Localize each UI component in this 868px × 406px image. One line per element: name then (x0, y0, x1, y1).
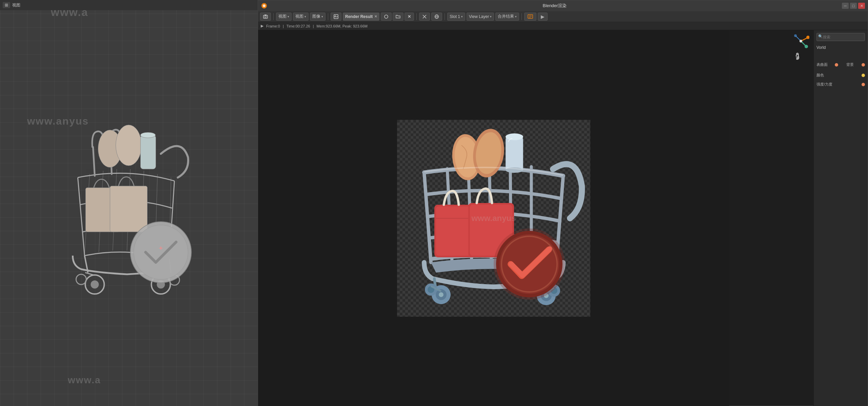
merge-chevron: ▾ (515, 15, 517, 18)
camera-icon (263, 14, 268, 19)
maximize-button[interactable]: □ (850, 3, 857, 9)
toolbar-sep-2 (328, 13, 328, 20)
strength-prop-row: 强度/力度 (816, 80, 865, 88)
svg-line-7 (78, 178, 85, 256)
viewport-header-label: 视图 (12, 2, 20, 8)
render-canvas: www.anyus (397, 120, 590, 317)
svg-point-21 (76, 274, 86, 284)
chevron-down-icon-3: ▾ (321, 15, 323, 18)
render-image (397, 120, 590, 317)
hand-tool-icon[interactable] (792, 51, 803, 61)
frame-info: Frame:0 (266, 24, 280, 28)
render-close-icon[interactable]: ✕ (374, 15, 377, 18)
viewport-header: ⊞ 视图 (0, 0, 258, 10)
window-title: Blender渲染 (270, 3, 840, 9)
layer-stack-icon[interactable] (524, 13, 536, 21)
search-icon: 🔍 (818, 34, 823, 39)
svg-line-9 (93, 147, 95, 176)
image-menu[interactable]: 图像 ▾ (310, 13, 326, 21)
view-layer-dropdown[interactable]: View Layer ▾ (467, 13, 494, 21)
camera-render-button[interactable] (260, 13, 271, 21)
view-menu-1[interactable]: 视图 ▾ (276, 13, 292, 21)
close-button[interactable]: ✕ (858, 3, 865, 9)
background-dot[interactable] (862, 63, 865, 67)
properties-section: 表曲面 背景 颜色 强度/力度 (814, 58, 868, 91)
view-menu-2[interactable]: 视图 ▾ (293, 13, 309, 21)
arrow-btn[interactable]: ▶ (538, 13, 548, 21)
minimize-button[interactable]: ─ (842, 3, 849, 9)
scope-icon-button[interactable] (419, 13, 430, 21)
viewport-header-btn-1[interactable]: ⊞ (3, 2, 10, 8)
time-info: Time:00:27.26 (287, 24, 310, 28)
pin-icon (384, 14, 389, 19)
svg-point-76 (506, 133, 523, 140)
scope-icon (422, 14, 427, 19)
viewport-gizmo-right[interactable] (792, 33, 809, 50)
strength-dot[interactable] (862, 83, 865, 86)
icon-btn-1[interactable] (381, 13, 392, 21)
surface-label: 表曲面 (816, 62, 828, 67)
svg-point-32 (263, 4, 265, 7)
status-sep-1: | (283, 24, 284, 28)
expand-icon[interactable]: ▶ (261, 24, 263, 28)
globe-icon-button[interactable] (431, 13, 442, 21)
layers-icon (527, 14, 533, 20)
toolbar: 视图 ▾ 视图 ▾ 图像 ▾ Render Result ✕ (258, 11, 868, 22)
slot-dropdown[interactable]: Slot 1 ▾ (447, 13, 465, 21)
surface-prop-row: 表曲面 背景 (816, 61, 865, 69)
globe-icon (434, 14, 439, 19)
merge-result-dropdown[interactable]: 合并结果 ▾ (495, 13, 519, 21)
svg-point-34 (265, 16, 267, 18)
viewport-3d-left[interactable]: www.a www.anyus www.a (0, 0, 258, 406)
folder-icon (396, 14, 400, 19)
chevron-down-icon: ▾ (288, 15, 289, 18)
mem-info: Mem:923.66M, Peak: 923.66M (317, 24, 368, 28)
world-item[interactable]: Vorld (814, 44, 868, 51)
surface-dot[interactable] (835, 63, 838, 67)
svg-point-26 (134, 225, 188, 279)
svg-rect-13 (141, 135, 156, 169)
background-label: 背景 (846, 62, 854, 67)
icon-btn-2[interactable] (393, 13, 403, 21)
title-bar: Blender渲染 ─ □ ✕ (258, 0, 868, 11)
svg-point-87 (794, 34, 797, 37)
svg-rect-75 (506, 137, 522, 170)
svg-point-88 (800, 40, 802, 42)
svg-point-18 (91, 280, 99, 289)
render-result-dropdown[interactable]: Render Result ✕ (343, 13, 379, 21)
svg-point-12 (116, 125, 142, 166)
toolbar-sep-3 (416, 13, 417, 20)
image-icon-button[interactable] (331, 13, 341, 21)
svg-rect-16 (110, 186, 147, 232)
nav-icons-panel (792, 33, 809, 61)
toolbar-sep-1 (273, 13, 274, 20)
svg-rect-33 (263, 15, 268, 18)
svg-point-85 (805, 45, 808, 48)
view-layer-chevron: ▾ (490, 15, 492, 18)
svg-point-14 (141, 132, 156, 138)
hand-icon (794, 52, 801, 60)
3d-model-wireframe (29, 89, 225, 327)
image-icon (334, 14, 338, 19)
color-dot[interactable] (862, 74, 865, 77)
slot-chevron: ▾ (461, 15, 463, 18)
search-input[interactable] (816, 33, 865, 41)
status-bar: ▶ Frame:0 | Time:00:27.26 | Mem:923.66M,… (258, 22, 868, 30)
chevron-down-icon-2: ▾ (304, 15, 306, 18)
color-label: 颜色 (816, 73, 824, 78)
right-panel: 🔍 Vorld 表曲面 背景 颜色 强度/力度 (813, 30, 868, 406)
svg-point-38 (384, 15, 388, 18)
search-container: 🔍 (814, 30, 868, 44)
svg-rect-35 (264, 15, 267, 16)
render-result-panel: www.anyus (258, 30, 729, 406)
icon-btn-close[interactable]: ✕ (405, 13, 414, 21)
window-controls[interactable]: ─ □ ✕ (842, 3, 865, 9)
svg-point-56 (439, 292, 443, 297)
toolbar-sep-4 (445, 13, 445, 20)
toolbar-sep-5 (521, 13, 522, 20)
svg-line-23 (85, 273, 95, 275)
status-sep-2: | (313, 24, 314, 28)
blender-window: Blender渲染 ─ □ ✕ 视图 ▾ 视图 ▾ 图像 ▾ (258, 0, 868, 406)
strength-label: 强度/力度 (816, 82, 832, 87)
blender-logo (261, 2, 268, 9)
